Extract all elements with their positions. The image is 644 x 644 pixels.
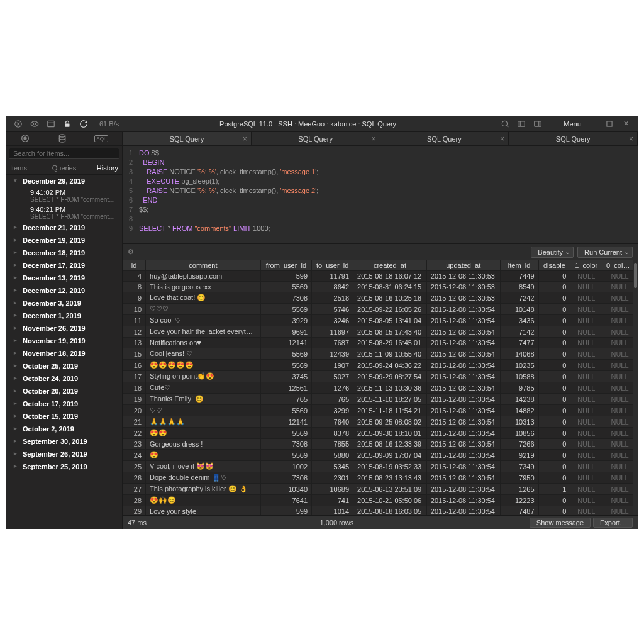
table-cell[interactable]: 2015-08-16 10:25:18 xyxy=(353,292,427,304)
table-cell[interactable]: 0 xyxy=(538,405,570,416)
table-cell[interactable]: 22 xyxy=(123,428,146,439)
table-cell[interactable]: 0 xyxy=(538,338,570,348)
table-cell[interactable]: 2015-11-18 11:54:21 xyxy=(353,405,427,416)
table-cell[interactable]: NULL xyxy=(570,495,602,506)
table-cell[interactable]: 😍🙌😊 xyxy=(146,495,261,506)
show-message-button[interactable]: Show message xyxy=(530,518,591,528)
table-cell[interactable]: NULL xyxy=(602,461,638,472)
table-cell[interactable]: NULL xyxy=(570,348,602,360)
refresh-icon[interactable] xyxy=(75,116,92,132)
history-day[interactable]: December 12, 2019 xyxy=(6,284,122,297)
database-icon[interactable] xyxy=(57,133,67,145)
table-cell[interactable]: 2015-12-08 11:30:54 xyxy=(426,315,500,326)
table-cell[interactable]: Love that coat! 😊 xyxy=(146,292,261,304)
history-day[interactable]: September 26, 2019 xyxy=(6,448,122,460)
table-cell[interactable]: Dope double denim 👖♡ xyxy=(146,472,261,484)
table-cell[interactable]: NULL xyxy=(570,416,602,428)
table-cell[interactable]: 2015-12-08 11:30:53 xyxy=(426,292,500,304)
table-cell[interactable]: 741 xyxy=(312,495,353,506)
table-row[interactable]: 24😍556958802015-09-09 17:07:042015-12-08… xyxy=(123,450,638,461)
table-cell[interactable]: 0 xyxy=(538,292,570,304)
column-header[interactable]: id xyxy=(123,260,146,271)
table-cell[interactable]: 2015-12-08 11:30:54 xyxy=(426,304,500,315)
table-cell[interactable]: 2015-12-08 11:30:54 xyxy=(426,348,500,360)
column-header[interactable]: created_at xyxy=(353,260,427,271)
table-cell[interactable]: 2015-12-08 11:30:54 xyxy=(426,439,500,450)
table-cell[interactable]: 1276 xyxy=(312,382,353,394)
table-cell[interactable]: 8378 xyxy=(312,428,353,439)
table-cell[interactable]: 7487 xyxy=(500,506,538,516)
table-cell[interactable]: 27 xyxy=(123,484,146,495)
history-day[interactable]: December 29, 2019 xyxy=(6,175,122,187)
table-cell[interactable]: 12561 xyxy=(260,382,311,394)
table-cell[interactable]: 5027 xyxy=(312,371,353,382)
table-cell[interactable]: 2015-09-30 18:10:01 xyxy=(353,428,427,439)
table-cell[interactable]: 2015-11-09 10:55:40 xyxy=(353,348,427,360)
table-cell[interactable]: 7349 xyxy=(500,461,538,472)
scrollbar[interactable] xyxy=(633,260,638,515)
table-cell[interactable]: 4 xyxy=(123,271,146,282)
table-cell[interactable]: NULL xyxy=(570,304,602,315)
table-cell[interactable]: huy@tableplusapp.com xyxy=(146,271,261,282)
table-cell[interactable]: 😍 xyxy=(146,450,261,461)
table-cell[interactable]: 2015-08-16 12:33:39 xyxy=(353,439,427,450)
table-cell[interactable]: 2015-12-08 11:30:54 xyxy=(426,326,500,338)
table-cell[interactable]: 2015-08-18 16:03:05 xyxy=(353,506,427,516)
table-cell[interactable]: 9219 xyxy=(500,450,538,461)
table-cell[interactable]: NULL xyxy=(602,360,638,371)
table-cell[interactable]: NULL xyxy=(570,484,602,495)
table-row[interactable]: 8This is gorgeous :xx556986422015-08-31 … xyxy=(123,282,638,292)
nav-items[interactable]: Items xyxy=(10,164,46,172)
table-cell[interactable]: NULL xyxy=(570,461,602,472)
table-cell[interactable]: 2518 xyxy=(312,292,353,304)
table-cell[interactable]: 3246 xyxy=(312,315,353,326)
table-row[interactable]: 4huy@tableplusapp.com599117912015-08-18 … xyxy=(123,271,638,282)
table-cell[interactable]: 2015-12-08 11:30:54 xyxy=(426,472,500,484)
close-tab-icon[interactable]: × xyxy=(371,135,375,143)
table-cell[interactable]: 12 xyxy=(123,326,146,338)
table-cell[interactable]: Love your hair the jacket everything!!!😍 xyxy=(146,326,261,338)
table-cell[interactable]: 2015-09-24 04:36:22 xyxy=(353,360,427,371)
table-cell[interactable]: NULL xyxy=(602,495,638,506)
beautify-button[interactable]: Beautify xyxy=(531,247,574,258)
table-cell[interactable]: 5345 xyxy=(312,461,353,472)
table-cell[interactable]: 1265 xyxy=(500,484,538,495)
history-day[interactable]: October 20, 2019 xyxy=(6,385,122,397)
table-cell[interactable]: 10588 xyxy=(500,371,538,382)
table-cell[interactable]: 0 xyxy=(538,428,570,439)
column-header[interactable]: 1_color xyxy=(570,260,602,271)
table-cell[interactable]: NULL xyxy=(602,506,638,516)
close-icon[interactable] xyxy=(10,116,26,132)
table-row[interactable]: 15Cool jeans! ♡5569124392015-11-09 10:55… xyxy=(123,348,638,360)
table-cell[interactable]: 19 xyxy=(123,394,146,405)
table-cell[interactable]: 21 xyxy=(123,416,146,428)
table-cell[interactable]: 9785 xyxy=(500,382,538,394)
eye-icon[interactable] xyxy=(26,116,43,132)
table-cell[interactable]: NULL xyxy=(602,472,638,484)
table-cell[interactable]: 8 xyxy=(123,282,146,292)
table-cell[interactable]: NULL xyxy=(602,326,638,338)
table-cell[interactable]: 1 xyxy=(538,484,570,495)
query-tab[interactable]: SQL Query× xyxy=(380,132,509,145)
column-header[interactable]: to_user_id xyxy=(312,260,353,271)
table-cell[interactable]: NULL xyxy=(602,282,638,292)
table-row[interactable]: 25V cool, i love it 😻😻100253452015-08-19… xyxy=(123,461,638,472)
close-tab-icon[interactable]: × xyxy=(500,135,504,143)
table-cell[interactable]: 2015-10-21 05:50:06 xyxy=(353,495,427,506)
table-cell[interactable]: 26 xyxy=(123,472,146,484)
table-cell[interactable]: So cool ♡ xyxy=(146,315,261,326)
search-icon[interactable] xyxy=(497,116,513,132)
table-cell[interactable]: 7242 xyxy=(500,292,538,304)
history-day[interactable]: November 19, 2019 xyxy=(6,335,122,347)
history-day[interactable]: October 24, 2019 xyxy=(6,372,122,385)
table-cell[interactable]: 2015-12-08 11:30:54 xyxy=(426,338,500,348)
table-cell[interactable]: V cool, i love it 😻😻 xyxy=(146,461,261,472)
table-cell[interactable]: 2015-08-31 06:24:15 xyxy=(353,282,427,292)
table-cell[interactable]: 0 xyxy=(538,326,570,338)
table-cell[interactable]: 1002 xyxy=(260,461,311,472)
table-cell[interactable]: NULL xyxy=(570,450,602,461)
table-cell[interactable]: 5569 xyxy=(260,282,311,292)
table-row[interactable]: 16😍😍😍😍😍556919072015-09-24 04:36:222015-1… xyxy=(123,360,638,371)
table-cell[interactable]: NULL xyxy=(570,315,602,326)
column-header[interactable]: item_id xyxy=(500,260,538,271)
